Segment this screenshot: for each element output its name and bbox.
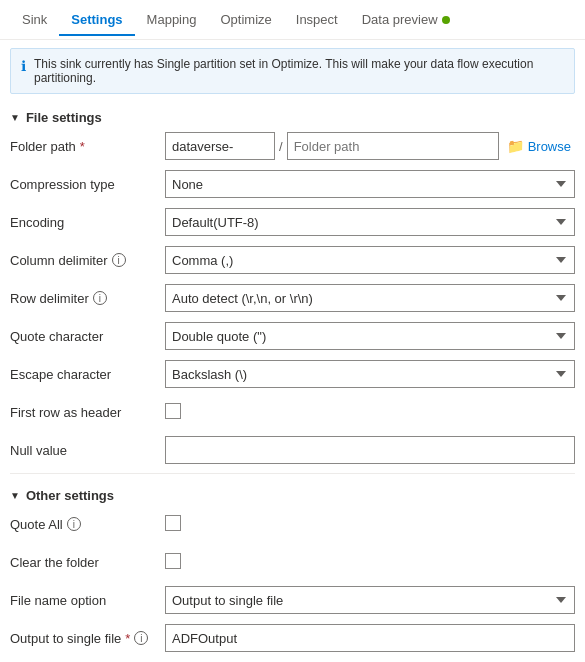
row-delimiter-row: Row delimiter i Auto detect (\r,\n, or \… bbox=[10, 281, 575, 315]
column-delimiter-select[interactable]: Comma (,) Semicolon (;) Tab (\t) Pipe (|… bbox=[165, 246, 575, 274]
encoding-select[interactable]: Default(UTF-8) UTF-8 UTF-16 bbox=[165, 208, 575, 236]
file-name-option-select[interactable]: Output to single file Per partition bbox=[165, 586, 575, 614]
quote-character-row: Quote character Double quote (") Single … bbox=[10, 319, 575, 353]
output-required-star: * bbox=[125, 631, 130, 646]
tab-sink[interactable]: Sink bbox=[10, 4, 59, 35]
first-row-header-checkbox[interactable] bbox=[165, 403, 181, 419]
status-dot bbox=[442, 16, 450, 24]
compression-type-select[interactable]: None bzip2 gzip deflate bbox=[165, 170, 575, 198]
file-name-option-label: File name option bbox=[10, 593, 165, 608]
escape-character-control: Backslash (\) None bbox=[165, 360, 575, 388]
tab-data-preview[interactable]: Data preview bbox=[350, 4, 462, 35]
clear-folder-label: Clear the folder bbox=[10, 555, 165, 570]
quote-all-label: Quote All i bbox=[10, 517, 165, 532]
info-banner: ℹ This sink currently has Single partiti… bbox=[10, 48, 575, 94]
output-single-file-control bbox=[165, 624, 575, 652]
other-section-arrow: ▼ bbox=[10, 490, 20, 501]
first-row-header-control bbox=[165, 403, 575, 422]
escape-character-select[interactable]: Backslash (\) None bbox=[165, 360, 575, 388]
folder-path-label: Folder path * bbox=[10, 139, 165, 154]
null-value-label: Null value bbox=[10, 443, 165, 458]
section-divider bbox=[10, 473, 575, 474]
file-name-option-row: File name option Output to single file P… bbox=[10, 583, 575, 617]
column-delimiter-control: Comma (,) Semicolon (;) Tab (\t) Pipe (|… bbox=[165, 246, 575, 274]
compression-type-row: Compression type None bzip2 gzip deflate bbox=[10, 167, 575, 201]
folder-path-sub-input[interactable] bbox=[287, 132, 499, 160]
compression-type-label: Compression type bbox=[10, 177, 165, 192]
first-row-header-label: First row as header bbox=[10, 405, 165, 420]
output-single-file-info-icon[interactable]: i bbox=[134, 631, 148, 645]
section-arrow: ▼ bbox=[10, 112, 20, 123]
file-name-option-control: Output to single file Per partition bbox=[165, 586, 575, 614]
escape-character-row: Escape character Backslash (\) None bbox=[10, 357, 575, 391]
encoding-label: Encoding bbox=[10, 215, 165, 230]
row-delimiter-label: Row delimiter i bbox=[10, 291, 165, 306]
clear-folder-control bbox=[165, 553, 575, 572]
output-single-file-label: Output to single file * i bbox=[10, 631, 165, 646]
folder-path-control: / 📁 Browse bbox=[165, 132, 575, 160]
file-settings-header: ▼ File settings bbox=[0, 102, 585, 129]
null-value-control bbox=[165, 436, 575, 464]
column-delimiter-info-icon[interactable]: i bbox=[112, 253, 126, 267]
first-row-header-row: First row as header bbox=[10, 395, 575, 429]
row-delimiter-info-icon[interactable]: i bbox=[93, 291, 107, 305]
quote-character-label: Quote character bbox=[10, 329, 165, 344]
browse-button[interactable]: 📁 Browse bbox=[503, 138, 575, 154]
folder-path-row: Folder path * / 📁 Browse bbox=[10, 129, 575, 163]
folder-separator: / bbox=[279, 139, 283, 154]
column-delimiter-row: Column delimiter i Comma (,) Semicolon (… bbox=[10, 243, 575, 277]
row-delimiter-control: Auto detect (\r,\n, or \r\n) \n \r\n bbox=[165, 284, 575, 312]
output-single-file-row: Output to single file * i bbox=[10, 621, 575, 655]
tab-optimize[interactable]: Optimize bbox=[208, 4, 283, 35]
tab-bar: Sink Settings Mapping Optimize Inspect D… bbox=[0, 0, 585, 40]
encoding-control: Default(UTF-8) UTF-8 UTF-16 bbox=[165, 208, 575, 236]
file-settings-body: Folder path * / 📁 Browse Compression typ… bbox=[0, 129, 585, 467]
null-value-input[interactable] bbox=[165, 436, 575, 464]
tab-mapping[interactable]: Mapping bbox=[135, 4, 209, 35]
info-icon: ℹ bbox=[21, 58, 26, 74]
escape-character-label: Escape character bbox=[10, 367, 165, 382]
quote-all-control bbox=[165, 515, 575, 534]
quote-all-row: Quote All i bbox=[10, 507, 575, 541]
browse-icon: 📁 bbox=[507, 138, 524, 154]
file-settings-label: File settings bbox=[26, 110, 102, 125]
folder-path-base-input[interactable] bbox=[165, 132, 275, 160]
quote-all-info-icon[interactable]: i bbox=[67, 517, 81, 531]
row-delimiter-select[interactable]: Auto detect (\r,\n, or \r\n) \n \r\n bbox=[165, 284, 575, 312]
null-value-row: Null value bbox=[10, 433, 575, 467]
compression-type-control: None bzip2 gzip deflate bbox=[165, 170, 575, 198]
column-delimiter-label: Column delimiter i bbox=[10, 253, 165, 268]
quote-all-checkbox[interactable] bbox=[165, 515, 181, 531]
output-single-file-input[interactable] bbox=[165, 624, 575, 652]
quote-character-control: Double quote (") Single quote (') bbox=[165, 322, 575, 350]
tab-settings[interactable]: Settings bbox=[59, 4, 134, 35]
info-text: This sink currently has Single partition… bbox=[34, 57, 564, 85]
clear-folder-checkbox[interactable] bbox=[165, 553, 181, 569]
quote-character-select[interactable]: Double quote (") Single quote (') bbox=[165, 322, 575, 350]
clear-folder-row: Clear the folder bbox=[10, 545, 575, 579]
other-settings-header: ▼ Other settings bbox=[0, 480, 585, 507]
tab-inspect[interactable]: Inspect bbox=[284, 4, 350, 35]
other-settings-body: Quote All i Clear the folder File name o… bbox=[0, 507, 585, 655]
required-star: * bbox=[80, 139, 85, 154]
encoding-row: Encoding Default(UTF-8) UTF-8 UTF-16 bbox=[10, 205, 575, 239]
other-settings-label: Other settings bbox=[26, 488, 114, 503]
